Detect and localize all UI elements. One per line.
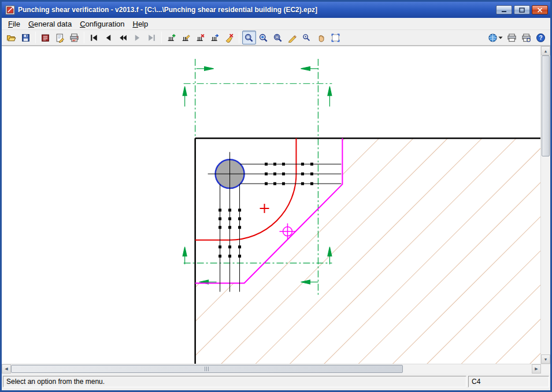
edit-stud-rail-icon bbox=[181, 33, 191, 43]
status-bar: Select an option from the menu. C4 bbox=[2, 374, 550, 390]
minimize-icon bbox=[501, 8, 507, 13]
scroll-left-button[interactable]: ◀ bbox=[2, 364, 11, 374]
drawing-canvas[interactable] bbox=[2, 46, 540, 364]
go-last-icon bbox=[147, 33, 157, 43]
save-floppy-icon bbox=[21, 33, 31, 43]
zoom-circle-button[interactable] bbox=[271, 31, 285, 44]
menu-configuration[interactable]: Configuration bbox=[76, 18, 128, 29]
pan-button[interactable] bbox=[314, 31, 328, 44]
scroll-down-button[interactable]: ▼ bbox=[541, 354, 550, 364]
next-button bbox=[131, 31, 145, 44]
status-message: Select an option from the menu. bbox=[3, 376, 466, 387]
erase-pencil-icon bbox=[224, 33, 234, 43]
toolbar: ? bbox=[2, 30, 550, 46]
reports-button[interactable] bbox=[39, 31, 53, 44]
vertical-scrollbar[interactable]: ▲ ▼ bbox=[540, 46, 550, 364]
reports-icon bbox=[40, 33, 50, 43]
erase-button[interactable] bbox=[223, 31, 236, 44]
horizontal-scrollbar-track[interactable] bbox=[11, 364, 532, 374]
zoom-previous-icon bbox=[302, 33, 312, 43]
close-button[interactable] bbox=[532, 5, 548, 14]
add-stud-rail-icon bbox=[166, 33, 176, 43]
redraw-pencil-icon bbox=[287, 33, 297, 43]
print-button[interactable] bbox=[505, 31, 519, 44]
web-button[interactable] bbox=[486, 31, 505, 44]
critical-perimeter bbox=[195, 138, 297, 240]
maximize-button[interactable] bbox=[514, 5, 530, 14]
toolbar-separator bbox=[84, 32, 84, 43]
toolbar-separator bbox=[239, 32, 239, 43]
vertical-scrollbar-thumb[interactable] bbox=[542, 55, 550, 156]
help-icon: ? bbox=[536, 33, 546, 43]
toolbar-separator bbox=[35, 32, 36, 43]
close-icon bbox=[537, 8, 543, 13]
svg-text:?: ? bbox=[539, 35, 542, 41]
help-button[interactable]: ? bbox=[534, 31, 548, 44]
maximize-icon bbox=[519, 8, 525, 13]
delete-reinforcement-button[interactable] bbox=[194, 31, 208, 44]
minimize-button[interactable] bbox=[496, 5, 512, 14]
slab-hatching bbox=[195, 138, 540, 364]
scroll-right-button[interactable]: ▶ bbox=[532, 364, 541, 374]
go-previous-icon bbox=[103, 33, 113, 43]
previous-button[interactable] bbox=[102, 31, 116, 44]
print-preview-button[interactable] bbox=[520, 31, 534, 44]
printer-icon bbox=[507, 33, 517, 43]
add-reinforcement-button[interactable] bbox=[165, 31, 179, 44]
caption-buttons bbox=[496, 5, 548, 14]
go-first-icon bbox=[89, 33, 99, 43]
open-folder-icon bbox=[6, 33, 16, 43]
toolbar-separator bbox=[161, 32, 162, 43]
main-area: ▲ ▼ bbox=[2, 46, 550, 364]
zoom-circle-icon bbox=[273, 33, 283, 43]
status-coordinate: C4 bbox=[468, 376, 549, 387]
menu-file[interactable]: File bbox=[4, 18, 24, 29]
fast-back-icon bbox=[118, 33, 128, 43]
first-button[interactable] bbox=[87, 31, 101, 44]
zoom-previous-button[interactable] bbox=[300, 31, 314, 44]
menu-bar: File General data Configuration Help bbox=[2, 18, 550, 30]
assign-stud-rail-icon bbox=[210, 33, 220, 43]
globe-icon bbox=[488, 33, 498, 43]
pan-hand-icon bbox=[316, 33, 326, 43]
window-title: Punching shear verification - v2013.f - … bbox=[18, 6, 492, 14]
horizontal-scrollbar[interactable]: ◀ ▶ bbox=[2, 364, 550, 374]
print-drawing-button[interactable] bbox=[68, 31, 81, 44]
delete-stud-rail-icon bbox=[195, 33, 205, 43]
menu-general-data[interactable]: General data bbox=[24, 18, 76, 29]
edit-reinforcement-button[interactable] bbox=[179, 31, 193, 44]
title-bar[interactable]: Punching shear verification - v2013.f - … bbox=[2, 2, 550, 18]
redraw-button[interactable] bbox=[286, 31, 299, 44]
fast-back-button[interactable] bbox=[116, 31, 130, 44]
save-button[interactable] bbox=[19, 31, 33, 44]
zoom-extents-button[interactable] bbox=[257, 31, 271, 44]
menu-help[interactable]: Help bbox=[129, 18, 153, 29]
full-view-button[interactable] bbox=[329, 31, 343, 44]
app-icon bbox=[5, 5, 15, 15]
plot-printer-icon bbox=[69, 33, 79, 43]
page-edit-icon bbox=[55, 33, 65, 43]
full-view-icon bbox=[331, 33, 340, 43]
scrollbar-corner bbox=[541, 364, 550, 374]
drawing-template-button[interactable] bbox=[53, 31, 67, 44]
cad-drawing bbox=[2, 46, 540, 364]
scrollbar-grip bbox=[205, 367, 210, 371]
zoom-window-icon bbox=[244, 33, 254, 43]
print-preview-icon bbox=[521, 33, 531, 43]
vertical-scrollbar-track[interactable] bbox=[541, 55, 550, 354]
dropdown-caret-icon bbox=[498, 36, 503, 39]
scroll-up-button[interactable]: ▲ bbox=[541, 46, 550, 55]
open-button[interactable] bbox=[5, 31, 18, 44]
zoom-window-button[interactable] bbox=[242, 31, 256, 44]
horizontal-scrollbar-thumb[interactable] bbox=[11, 365, 403, 373]
last-button bbox=[145, 31, 159, 44]
zoom-extents-icon bbox=[258, 33, 268, 43]
assign-reinforcement-button[interactable] bbox=[208, 31, 222, 44]
app-window: Punching shear verification - v2013.f - … bbox=[0, 0, 552, 392]
go-next-icon bbox=[132, 33, 142, 43]
critical-perimeter-centroid-marker bbox=[260, 204, 269, 213]
